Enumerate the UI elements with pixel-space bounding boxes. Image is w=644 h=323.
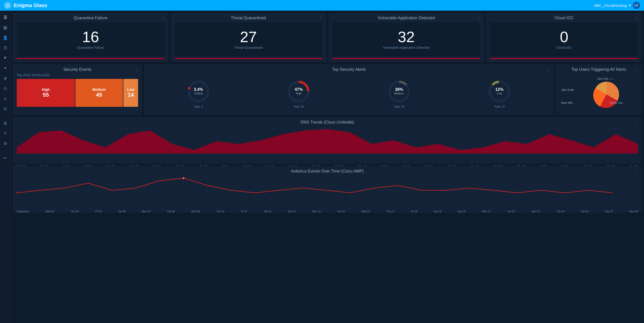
user-label: ABC_CloudHosting (594, 3, 627, 8)
events-breadcrumb[interactable]: Top (114) / Events (114) (17, 73, 138, 77)
top-users-title: Top Users Triggering AV Alerts (560, 67, 638, 72)
donut-low: 12% Low Total: 14 (487, 79, 511, 108)
card-threat-quarantined: Threat Quarantined 27 Threat Quarantined… (171, 13, 326, 62)
app-title: Enigma Glass (14, 3, 47, 8)
av-x-12: Mon 14 (312, 210, 321, 213)
card-number-4: 0 (560, 29, 568, 45)
sidebar-menu-icon[interactable]: ☰ (1, 13, 9, 21)
card-menu-3[interactable]: ⋮ (476, 15, 481, 21)
av-x-20: Tue 22 (507, 210, 515, 213)
av-x-5: Mon 07 (142, 210, 150, 213)
card-inner-1: 16 Quarantine Failure (17, 22, 164, 57)
sidebar-list-icon[interactable]: ☰ (1, 44, 9, 52)
card-menu-1[interactable]: ⋮ (161, 15, 166, 21)
card-number-1: 16 (82, 29, 99, 45)
bar-high-value: 55 (43, 92, 49, 98)
av-x-23: Sat 26 (581, 210, 588, 213)
av-svg (17, 176, 638, 209)
av-x-16: Fri 18 (411, 210, 418, 213)
av-x-17: Sat 19 (434, 210, 441, 213)
av-x-7: Wed 09 (191, 210, 200, 213)
av-x-9: Fri 11 (241, 210, 247, 213)
security-events-chart: High 55 Medium 45 Low 14 (17, 79, 138, 107)
donut-low-total: Total: 14 (494, 105, 505, 108)
pie-area: Sam Cole —— Jake Smith Brian Will... Ash… (560, 74, 638, 112)
top-users-menu[interactable]: ⋮ (634, 67, 639, 72)
content-area: Quarantine Failure 16 Quarantine Failure… (11, 11, 644, 323)
user-label-jake: Jake Smith (561, 89, 574, 91)
sidebar-star-icon[interactable]: ✦ (1, 64, 9, 72)
av-x-24: Sep 27 (605, 210, 613, 213)
av-chart-area: September Wed 02 Thu 03 Fri 04 Sat 05 Mo… (17, 176, 638, 213)
av-x-labels: September Wed 02 Thu 03 Fri 04 Sat 05 Mo… (17, 210, 638, 213)
av-x-0: September (17, 210, 29, 213)
card-subtitle-3: Vulnerable Application Detected (383, 46, 430, 49)
av-x-6: Tue 08 (167, 210, 175, 213)
user-label-sam: Sam Cole —— (597, 77, 614, 80)
donut-high: 47% High Total: 55 (287, 79, 311, 108)
card-bar-2 (175, 58, 322, 59)
sidebar-grid-icon[interactable]: ⊞ (1, 119, 9, 127)
card-subtitle-4: Cloud IOC (556, 46, 572, 49)
av-x-1: Wed 02 (46, 210, 54, 213)
sidebar-gear-icon[interactable]: ⚙ (1, 139, 9, 147)
card-inner-3: 32 Vulnerable Application Detected (333, 22, 480, 57)
security-alerts-panel: Top Security Alerts ⋮ 3.4% Critical (144, 64, 554, 115)
sidebar-print-icon[interactable]: ⊟ (1, 105, 9, 113)
donut-medium-chart: 38% Medium (387, 79, 411, 104)
security-events-panel: Security Events ⋮ Top (114) / Events (11… (13, 64, 142, 115)
sidebar-dashboard-icon[interactable]: ▦ (1, 23, 9, 31)
dropdown-icon[interactable]: ▾ (629, 3, 631, 8)
av-chart-menu[interactable]: ⋮ (634, 168, 639, 174)
av-x-18: Sep 20 (458, 210, 466, 213)
dns-chart-area: Wed 02 Thu 03 Fri 04 Sat 05 Sep 06 Mon 0… (17, 127, 638, 168)
donut-critical-label: 3.4% Critical (194, 87, 203, 95)
bar-high: High 55 (17, 79, 75, 107)
av-x-21: Wed 23 (532, 210, 540, 213)
card-menu-2[interactable]: ⋮ (319, 15, 323, 21)
card-quarantine-failure: Quarantine Failure 16 Quarantine Failure… (13, 13, 169, 62)
sidebar-back-icon[interactable]: ↩ (1, 154, 9, 162)
app-logo: ◎ (4, 2, 11, 9)
security-alerts-menu[interactable]: ⋮ (546, 67, 551, 72)
svg-point-70 (183, 178, 184, 179)
av-x-8: Thu 10 (217, 210, 224, 213)
card-menu-4[interactable]: ⋮ (634, 15, 639, 21)
sidebar-user-icon[interactable]: 👤 (1, 33, 9, 42)
av-x-19: Mon 21 (482, 210, 491, 213)
sidebar-inbox-icon[interactable]: ▼ (1, 54, 9, 62)
topbar: ◎ Enigma Glass ABC_CloudHosting ▾ LC (0, 0, 644, 11)
donut-critical: 3.4% Critical Total: 4 (186, 79, 210, 108)
donut-medium-total: Total: 45 (394, 105, 404, 108)
card-vulnerable-app: Vulnerable Application Detected 32 Vulne… (328, 13, 484, 62)
av-chart-panel: Antivirus Events Over Time (Cisco AMP) ⋮ (13, 166, 642, 213)
sidebar-lines-icon[interactable]: ≡ (1, 129, 9, 137)
card-title-3: Vulnerable Application Detected (333, 16, 480, 20)
av-x-3: Fri 04 (95, 210, 102, 213)
top-users-panel: Top Users Triggering AV Alerts ⋮ Sam Col… (556, 64, 642, 115)
av-x-14: Wed 16 (361, 210, 370, 213)
security-events-title: Security Events (17, 67, 138, 72)
bar-medium: Medium 45 (75, 79, 123, 107)
av-x-15: Thu 17 (387, 210, 394, 213)
card-bar-4 (490, 58, 638, 59)
sidebar-search-icon[interactable]: ⊙ (1, 84, 9, 92)
av-x-11: Sep 13 (288, 210, 296, 213)
security-events-menu[interactable]: ⋮ (135, 67, 139, 72)
card-bar-3 (333, 58, 480, 59)
bar-low: Low 14 (123, 79, 138, 107)
security-alerts-title: Top Security Alerts (148, 67, 550, 72)
dns-chart-menu[interactable]: ⋮ (634, 120, 639, 125)
sidebar-globe-icon[interactable]: ⊕ (1, 74, 9, 82)
card-subtitle-2: Threat Quarantined (234, 46, 263, 49)
donut-row: 3.4% Critical Total: 4 (148, 75, 550, 112)
card-number-3: 32 (398, 29, 415, 45)
sidebar-alert-icon[interactable]: ⚠ (1, 94, 9, 103)
topbar-left: ◎ Enigma Glass (4, 2, 47, 9)
dns-chart-title: DNS Trends (Cisco Umbrella) (17, 120, 638, 125)
middle-row: Security Events ⋮ Top (114) / Events (11… (13, 64, 642, 115)
user-labels: Sam Cole —— Jake Smith Brian Will... Ash… (560, 74, 638, 112)
av-x-13: Tue 15 (337, 210, 345, 213)
av-x-10: Sat 12 (264, 210, 271, 213)
bar-medium-value: 45 (96, 92, 102, 98)
